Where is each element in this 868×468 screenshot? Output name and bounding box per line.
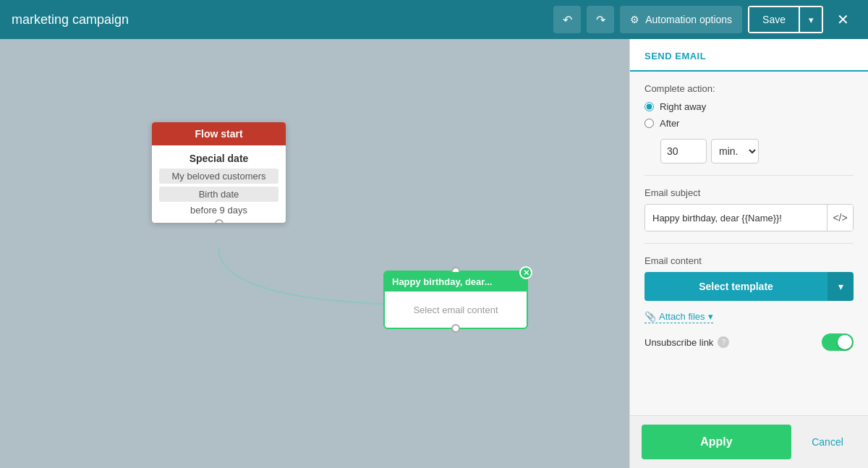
unsubscribe-label: Unsubscribe link ? [644, 336, 729, 348]
select-template-button[interactable]: Select template [644, 272, 827, 301]
complete-action-label: Complete action: [644, 83, 854, 94]
flow-start-connector-bottom [215, 219, 224, 223]
email-subject-row: </> [644, 204, 854, 231]
automation-options-button[interactable]: ⚙ Automation options [620, 6, 742, 33]
section-divider-1 [644, 175, 854, 176]
toggle-thumb [838, 335, 852, 349]
redo-button[interactable]: ↷ [587, 6, 614, 33]
complete-action-radio-group: Right away After min. hour. day. [644, 101, 854, 163]
unsubscribe-text: Unsubscribe link [644, 337, 713, 348]
email-node-header: Happy birthday, dear... ✕ [385, 272, 527, 292]
main-area: Flow start Special date My beloved custo… [0, 39, 868, 468]
close-button[interactable]: ✕ [829, 6, 856, 33]
email-subject-label: Email subject [644, 187, 854, 198]
gear-icon: ⚙ [630, 14, 639, 25]
canvas: Flow start Special date My beloved custo… [0, 39, 629, 468]
undo-button[interactable]: ↶ [553, 6, 581, 33]
panel-body: Complete action: Right away After min. h… [630, 72, 868, 415]
panel-header: SEND EMAIL [630, 39, 868, 72]
attach-files-link[interactable]: 📎 Attach files ▾ [644, 311, 713, 323]
save-button[interactable]: Save [748, 6, 800, 33]
email-content-label: Email content [644, 255, 854, 266]
radio-right-away-input[interactable] [644, 102, 654, 111]
automation-options-label: Automation options [645, 14, 732, 25]
panel-title: SEND EMAIL [644, 51, 854, 70]
panel-footer: Apply Cancel [630, 415, 868, 468]
radio-after[interactable]: After [644, 118, 854, 129]
header: marketing campaign ↶ ↷ ⚙ Automation opti… [0, 0, 868, 39]
email-node[interactable]: Happy birthday, dear... ✕ Select email c… [383, 271, 528, 329]
unsubscribe-row: Unsubscribe link ? [644, 333, 854, 351]
email-node-body: Select email content [385, 292, 527, 328]
chevron-down-icon: ▾ [838, 281, 843, 292]
time-value-input[interactable] [660, 139, 707, 163]
flow-start-node[interactable]: Flow start Special date My beloved custo… [152, 122, 286, 223]
code-icon: </> [833, 212, 847, 224]
flow-start-body: Special date My beloved customers Birth … [152, 145, 286, 223]
timing-label: before 9 days [159, 205, 278, 216]
attach-files-label: Attach files [659, 311, 705, 322]
chevron-down-icon: ▾ [809, 14, 814, 25]
right-panel: SEND EMAIL Complete action: Right away A… [629, 39, 868, 468]
date-field-tag: Birth date [159, 187, 278, 202]
save-dropdown-button[interactable]: ▾ [800, 6, 823, 33]
subject-code-button[interactable]: </> [827, 205, 853, 231]
radio-after-input[interactable] [644, 119, 654, 128]
time-row: min. hour. day. [660, 139, 854, 163]
unsubscribe-toggle[interactable] [822, 333, 854, 351]
flow-start-header: Flow start [152, 122, 286, 145]
paperclip-icon: 📎 [644, 311, 656, 322]
template-dropdown-button[interactable]: ▾ [827, 272, 854, 301]
attach-files-row: 📎 Attach files ▾ [644, 311, 854, 323]
radio-right-away[interactable]: Right away [644, 101, 854, 112]
save-button-group: Save ▾ [748, 6, 823, 33]
segment-tag: My beloved customers [159, 169, 278, 184]
template-btn-group: Select template ▾ [644, 272, 854, 301]
email-node-connector-bottom [451, 324, 460, 333]
apply-button[interactable]: Apply [642, 425, 791, 459]
cancel-button[interactable]: Cancel [799, 425, 856, 459]
attach-dropdown-arrow: ▾ [708, 311, 713, 322]
special-date-label: Special date [159, 153, 278, 164]
header-actions: ↶ ↷ ⚙ Automation options Save ▾ ✕ [553, 6, 856, 33]
radio-after-label: After [660, 118, 679, 129]
help-icon[interactable]: ? [718, 336, 729, 348]
email-node-close-button[interactable]: ✕ [519, 266, 532, 279]
page-title: marketing campaign [12, 12, 553, 27]
connection-lines [0, 39, 629, 468]
radio-right-away-label: Right away [660, 101, 706, 112]
section-divider-2 [644, 243, 854, 244]
time-unit-select[interactable]: min. hour. day. [711, 139, 759, 163]
email-subject-input[interactable] [645, 205, 827, 231]
